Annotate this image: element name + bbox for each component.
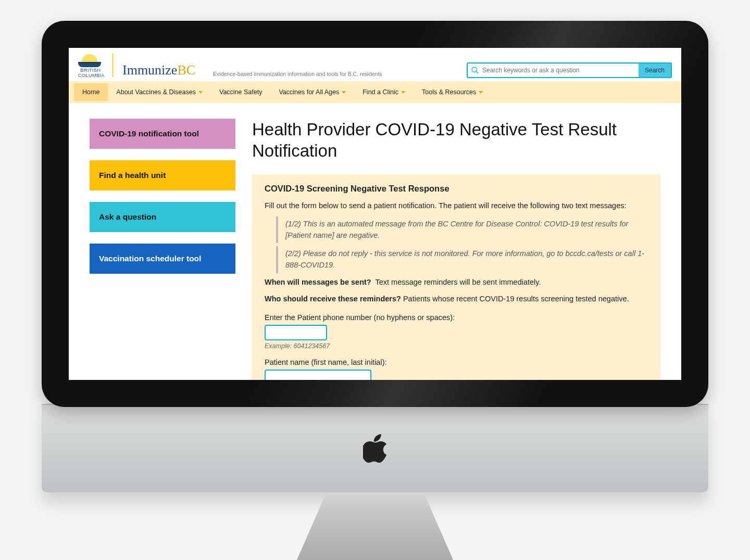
sms-preview-1: (1/2) This is an automated message from …: [276, 217, 648, 244]
sms-preview-2: (2/2) Please do not reply - this service…: [276, 246, 648, 273]
chevron-down-icon: [342, 91, 346, 94]
imac-stand: [297, 495, 453, 560]
sidebar-item[interactable]: Ask a question: [90, 202, 235, 232]
nav-item[interactable]: Vaccine Safety: [211, 83, 270, 101]
panel-intro: Fill out the form below to send a patien…: [265, 200, 648, 211]
phone-label: Enter the Patient phone number (no hyphe…: [265, 313, 648, 322]
navbar: HomeAbout Vaccines & DiseasesVaccine Saf…: [69, 81, 681, 103]
imac-chin: [42, 404, 708, 492]
sidebar-item[interactable]: Vaccination scheduler tool: [90, 244, 235, 274]
bc-logo-text: BRITISH COLUMBIA: [78, 68, 103, 78]
svg-point-0: [472, 67, 477, 72]
apple-logo-icon: [363, 434, 387, 463]
nav-item[interactable]: Home: [74, 83, 108, 101]
page-title: Health Provider COVID-19 Negative Test R…: [252, 119, 660, 162]
sidebar: COVID-19 notification toolFind a health …: [90, 119, 235, 380]
bc-logo: BRITISH COLUMBIA: [78, 54, 103, 78]
nav-item[interactable]: Vaccines for All Ages: [270, 83, 354, 101]
tagline: Evidence-based immunization information …: [213, 71, 382, 77]
site-name: ImmunizeBC: [122, 62, 195, 78]
phone-hint: Example: 6041234567: [265, 342, 648, 350]
name-label: Patient name (first name, last initial):: [265, 358, 648, 366]
name-input[interactable]: [265, 370, 371, 380]
brand-block: BRITISH COLUMBIA ImmunizeBC Evidence-bas…: [78, 53, 382, 78]
search-button[interactable]: Search: [639, 63, 671, 77]
sidebar-item[interactable]: COVID-19 notification tool: [90, 119, 235, 149]
phone-input[interactable]: [265, 325, 327, 340]
nav-item[interactable]: Find a Clinic: [354, 83, 414, 101]
screen: BRITISH COLUMBIA ImmunizeBC Evidence-bas…: [69, 48, 681, 380]
panel-heading: COVID-19 Screening Negative Test Respons…: [265, 184, 648, 194]
sidebar-item[interactable]: Find a health unit: [90, 160, 235, 190]
chevron-down-icon: [401, 91, 405, 94]
chevron-down-icon: [479, 91, 483, 94]
search-icon: [471, 66, 479, 74]
imac-frame: BRITISH COLUMBIA ImmunizeBC Evidence-bas…: [42, 21, 708, 492]
svg-line-1: [476, 71, 478, 73]
qa-who: Who should receive these reminders? Pati…: [265, 293, 648, 304]
search-input[interactable]: [482, 64, 639, 77]
qa-when: When will messages be sent? Text message…: [265, 276, 648, 288]
form-panel: COVID-19 Screening Negative Test Respons…: [252, 174, 660, 380]
search-box: Search: [467, 62, 672, 78]
nav-item[interactable]: About Vaccines & Diseases: [108, 83, 211, 101]
nav-item[interactable]: Tools & Resources: [414, 83, 491, 101]
chevron-down-icon: [198, 91, 203, 94]
